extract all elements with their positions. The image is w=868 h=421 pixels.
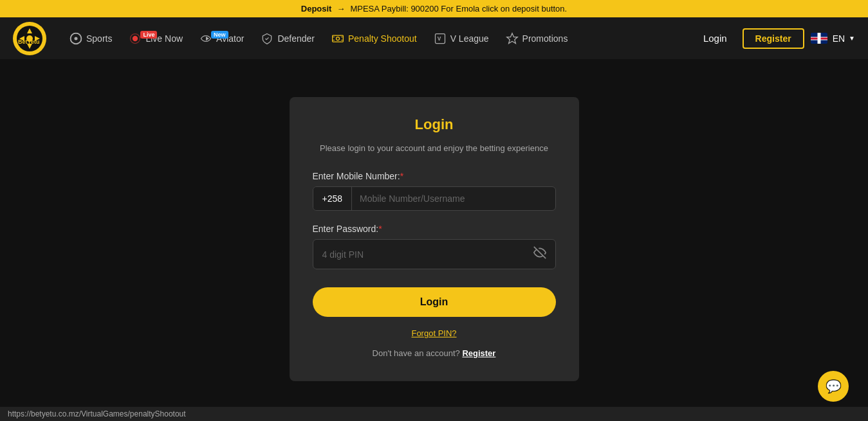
nav-item-defender[interactable]: Defender [253, 27, 322, 50]
top-banner: Deposit → MPESA Paybill: 900200 For Emol… [0, 0, 868, 17]
password-input[interactable] [313, 243, 524, 266]
nav-item-live-now[interactable]: Live Live Now [121, 27, 190, 50]
nav-label-v-league: V League [450, 33, 489, 44]
svg-marker-20 [506, 33, 517, 43]
mobile-input[interactable] [352, 187, 555, 210]
chat-button[interactable]: 💬 [818, 371, 849, 402]
navbar: BetYetu Sports Live Live Now New Aviator… [0, 17, 868, 59]
status-url: https://betyetu.co.mz/VirtualGames/penal… [8, 409, 186, 418]
toggle-password-button[interactable] [524, 240, 555, 269]
nav-item-aviator[interactable]: New Aviator [192, 27, 252, 50]
login-submit-button[interactable]: Login [313, 287, 556, 317]
password-label: Enter Password:* [313, 224, 556, 234]
nav-label-sports: Sports [86, 33, 112, 44]
svg-point-10 [133, 35, 138, 40]
nav-label-promotions: Promotions [522, 33, 568, 44]
nav-badge-live: Live [140, 31, 157, 39]
nav-label-defender: Defender [277, 33, 315, 44]
chat-icon: 💬 [826, 379, 842, 394]
nav-item-v-league[interactable]: V V League [426, 27, 497, 50]
mobile-field-wrapper: Enter Mobile Number:* +258 [313, 171, 556, 211]
nav-label-penalty-shootout: Penalty Shootout [348, 33, 417, 44]
language-selector[interactable]: EN ▼ [811, 33, 855, 44]
svg-text:V: V [437, 35, 441, 42]
chevron-down-icon: ▼ [849, 35, 855, 42]
banner-message: MPESA Paybill: 900200 For Emola click on… [350, 4, 567, 13]
banner-arrow: → [337, 4, 345, 13]
svg-point-9 [75, 37, 78, 40]
uk-flag-icon [811, 33, 827, 44]
logo[interactable]: BetYetu [13, 22, 46, 55]
svg-point-13 [336, 37, 339, 40]
nav-item-penalty-shootout[interactable]: Penalty Shootout [324, 27, 425, 50]
nav-badge-new: New [211, 31, 228, 39]
login-nav-button[interactable]: Login [694, 29, 736, 48]
password-field-wrapper: Enter Password:* [313, 224, 556, 269]
nav-item-sports[interactable]: Sports [62, 27, 120, 50]
status-bar: https://betyetu.co.mz/VirtualGames/penal… [0, 407, 868, 421]
svg-rect-12 [333, 35, 344, 42]
password-input-group [313, 239, 556, 269]
mobile-label: Enter Mobile Number:* [313, 171, 556, 181]
nav-right: Login Register EN ▼ [694, 28, 855, 49]
forgot-pin-link[interactable]: Forgot PIN? [313, 328, 556, 338]
deposit-label[interactable]: Deposit [301, 4, 332, 13]
register-link[interactable]: Register [462, 348, 495, 358]
login-subtitle: Please login to your account and enjoy t… [313, 143, 556, 153]
register-prompt: Don't have an account? Register [313, 348, 556, 358]
register-nav-button[interactable]: Register [743, 28, 804, 49]
login-card: Login Please login to your account and e… [290, 97, 579, 381]
lang-label: EN [833, 33, 845, 44]
login-title: Login [313, 116, 556, 133]
nav-item-promotions[interactable]: Promotions [498, 27, 576, 50]
svg-text:BetYetu: BetYetu [18, 39, 40, 45]
nav-items: Sports Live Live Now New Aviator Defende… [62, 27, 692, 50]
country-code: +258 [313, 187, 353, 210]
main-content: Login Please login to your account and e… [0, 59, 868, 419]
mobile-input-group: +258 [313, 186, 556, 211]
